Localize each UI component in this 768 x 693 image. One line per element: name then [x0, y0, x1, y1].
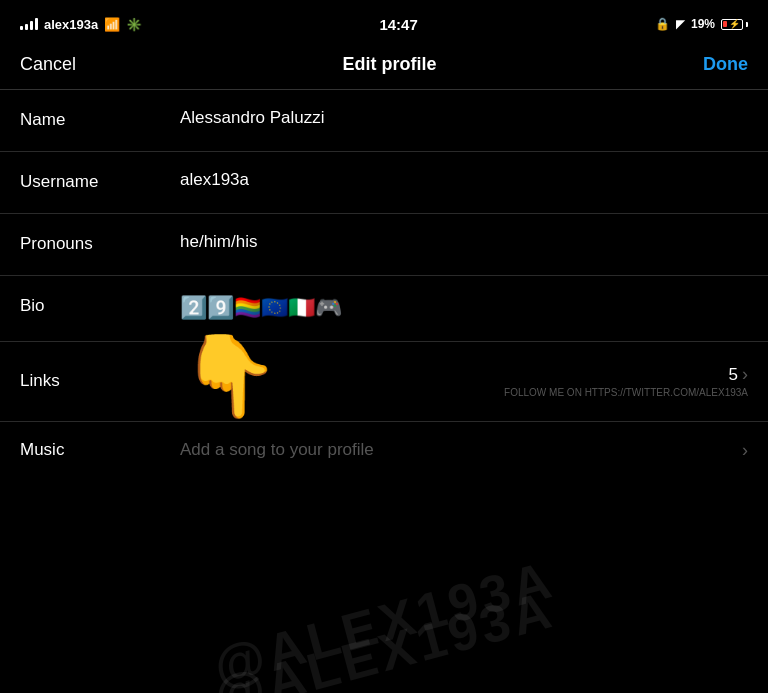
music-chevron-icon: ›	[742, 440, 748, 461]
pronouns-label: Pronouns	[20, 232, 180, 254]
music-row[interactable]: Music Add a song to your profile ›	[0, 422, 768, 479]
battery-icon: ⚡	[721, 19, 748, 30]
charging-bolt-icon: ⚡	[729, 19, 740, 29]
links-url-text: FOLLOW ME ON HTTPS://TWITTER.COM/ALEX193…	[504, 387, 748, 398]
name-row: Name Alessandro Paluzzi	[0, 90, 768, 152]
bio-value[interactable]: 2️⃣9️⃣🏳️‍🌈🇪🇺🇮🇹🎮	[180, 294, 748, 323]
pointing-hand-icon: 👇	[180, 336, 504, 416]
username-value[interactable]: alex193a	[180, 170, 748, 190]
nav-bar: Cancel Edit profile Done	[0, 44, 768, 90]
status-right: 🔒 ◤ 19% ⚡	[655, 17, 748, 31]
username-label: Username	[20, 170, 180, 192]
signal-bar-1	[20, 26, 23, 30]
status-left: alex193a 📶 ✳️	[20, 17, 142, 32]
page-title: Edit profile	[343, 54, 437, 75]
pronouns-value[interactable]: he/him/his	[180, 232, 748, 252]
cancel-button[interactable]: Cancel	[20, 54, 76, 75]
links-count-row: 5 ›	[729, 364, 748, 385]
music-placeholder: Add a song to your profile	[180, 440, 742, 460]
links-row[interactable]: Links 👇 5 › FOLLOW ME ON HTTPS://TWITTER…	[0, 342, 768, 422]
name-label: Name	[20, 108, 180, 130]
links-chevron-icon: ›	[742, 364, 748, 385]
music-label: Music	[20, 440, 180, 460]
signal-bars-icon	[20, 18, 38, 30]
battery-fill	[723, 21, 726, 27]
wifi-icon: 📶	[104, 17, 120, 32]
carrier-name: alex193a	[44, 17, 98, 32]
username-row: Username alex193a	[0, 152, 768, 214]
links-count: 5	[729, 365, 738, 385]
bio-row: Bio 2️⃣9️⃣🏳️‍🌈🇪🇺🇮🇹🎮	[0, 276, 768, 342]
watermark-1: @ALEX193A	[5, 495, 762, 693]
watermark-2: @ALEX193A	[5, 525, 762, 693]
done-button[interactable]: Done	[703, 54, 748, 75]
battery-tip	[746, 22, 748, 27]
links-right-info: 5 › FOLLOW ME ON HTTPS://TWITTER.COM/ALE…	[504, 364, 748, 398]
battery-percent: 19%	[691, 17, 715, 31]
lock-icon: 🔒	[655, 17, 670, 31]
location-icon: ◤	[676, 17, 685, 31]
bio-label: Bio	[20, 294, 180, 316]
signal-bar-4	[35, 18, 38, 30]
links-content: 👇	[180, 346, 504, 416]
signal-bar-3	[30, 21, 33, 30]
name-value[interactable]: Alessandro Paluzzi	[180, 108, 748, 128]
pronouns-row: Pronouns he/him/his	[0, 214, 768, 276]
brightness-icon: ✳️	[126, 17, 142, 32]
status-time: 14:47	[379, 16, 417, 33]
signal-bar-2	[25, 24, 28, 30]
status-bar: alex193a 📶 ✳️ 14:47 🔒 ◤ 19% ⚡	[0, 0, 768, 44]
links-label: Links	[20, 371, 180, 391]
